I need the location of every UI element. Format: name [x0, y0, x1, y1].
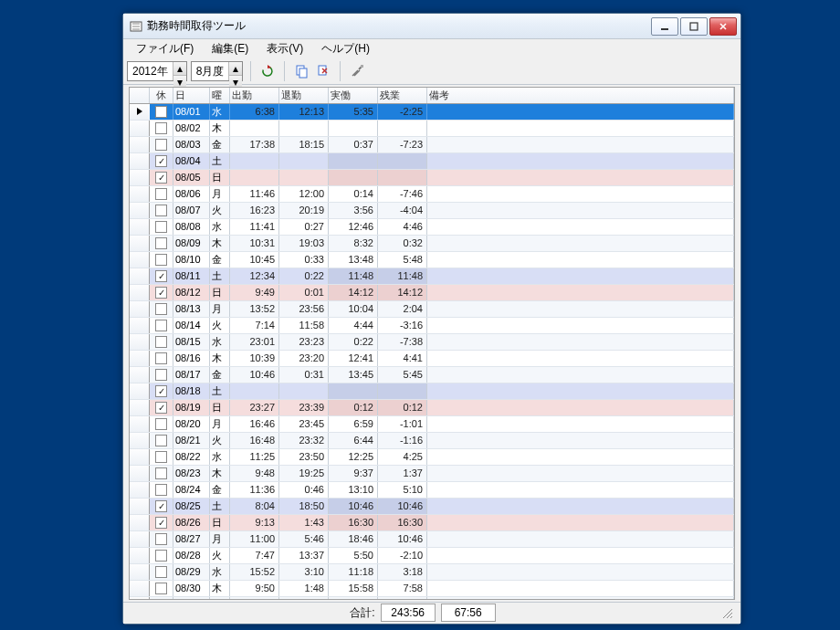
overtime-cell[interactable]: 2:04	[378, 301, 427, 317]
holiday-checkbox[interactable]	[150, 301, 173, 317]
overtime-cell[interactable]: 0:12	[378, 400, 427, 415]
start-cell[interactable]: 15:52	[230, 564, 279, 580]
start-cell[interactable]	[230, 121, 279, 136]
dow-cell[interactable]: 金	[210, 252, 230, 268]
end-cell[interactable]: 23:50	[279, 449, 329, 465]
start-cell[interactable]: 10:46	[230, 367, 279, 383]
date-cell[interactable]: 08/07	[173, 203, 210, 218]
note-cell[interactable]	[427, 219, 734, 235]
dow-cell[interactable]: 土	[210, 268, 230, 284]
start-cell[interactable]: 11:41	[230, 219, 279, 235]
table-row[interactable]: 08/24金11:360:4613:105:10	[130, 482, 734, 499]
work-cell[interactable]: 0:37	[329, 137, 378, 152]
work-cell[interactable]: 0:12	[329, 400, 378, 415]
date-cell[interactable]: 08/16	[173, 351, 210, 366]
note-cell[interactable]	[427, 548, 734, 563]
start-cell[interactable]: 11:36	[230, 482, 279, 498]
start-cell[interactable]: 16:48	[230, 433, 279, 448]
date-cell[interactable]: 08/10	[173, 252, 210, 268]
holiday-checkbox[interactable]	[150, 416, 173, 432]
dow-cell[interactable]: 火	[210, 433, 230, 448]
overtime-cell[interactable]: -3:16	[378, 318, 427, 333]
date-cell[interactable]: 08/17	[173, 367, 210, 383]
note-cell[interactable]	[427, 597, 734, 599]
dow-cell[interactable]: 日	[210, 400, 230, 415]
end-cell[interactable]: 2:37	[279, 597, 329, 599]
start-cell[interactable]: 16:23	[230, 203, 279, 218]
date-cell[interactable]: 08/25	[173, 499, 210, 514]
dow-cell[interactable]: 土	[210, 153, 230, 169]
col-note[interactable]: 備考	[427, 88, 734, 103]
note-cell[interactable]	[427, 416, 734, 432]
overtime-cell[interactable]	[378, 170, 427, 185]
work-cell[interactable]: 13:10	[329, 482, 378, 498]
col-date[interactable]: 日	[173, 88, 210, 103]
table-row[interactable]: 08/18土	[130, 383, 734, 400]
holiday-checkbox[interactable]	[150, 433, 173, 448]
copy-icon[interactable]	[292, 62, 310, 80]
note-cell[interactable]	[427, 499, 734, 514]
date-cell[interactable]: 08/28	[173, 548, 210, 563]
note-cell[interactable]	[427, 449, 734, 465]
overtime-cell[interactable]: 10:46	[378, 531, 427, 547]
col-dow[interactable]: 曜	[210, 88, 230, 103]
holiday-checkbox[interactable]	[150, 236, 173, 251]
start-cell[interactable]: 12:34	[230, 268, 279, 284]
note-cell[interactable]	[427, 268, 734, 284]
date-cell[interactable]: 08/27	[173, 531, 210, 547]
holiday-checkbox[interactable]	[150, 252, 173, 268]
note-cell[interactable]	[427, 466, 734, 481]
date-cell[interactable]: 08/24	[173, 482, 210, 498]
end-cell[interactable]: 23:32	[279, 433, 329, 448]
holiday-checkbox[interactable]	[150, 466, 173, 481]
dow-cell[interactable]: 木	[210, 351, 230, 366]
end-cell[interactable]	[279, 383, 329, 399]
table-row[interactable]: 08/01水6:3812:135:35-2:25	[130, 104, 734, 121]
settings-icon[interactable]	[348, 62, 366, 80]
col-start[interactable]: 出勤	[230, 88, 279, 103]
work-cell[interactable]: 5:50	[329, 548, 378, 563]
work-cell[interactable]: 6:59	[329, 416, 378, 432]
note-cell[interactable]	[427, 581, 734, 596]
end-cell[interactable]: 13:37	[279, 548, 329, 563]
table-row[interactable]: 08/27月11:005:4618:4610:46	[130, 531, 734, 548]
note-cell[interactable]	[427, 285, 734, 300]
holiday-checkbox[interactable]	[150, 400, 173, 415]
menu-help[interactable]: ヘルプ(H)	[312, 39, 379, 58]
date-cell[interactable]: 08/29	[173, 564, 210, 580]
overtime-cell[interactable]: 1:37	[378, 466, 427, 481]
table-row[interactable]: 08/05日	[130, 170, 734, 186]
note-cell[interactable]	[427, 203, 734, 218]
month-up-icon[interactable]: ▴	[229, 62, 242, 75]
end-cell[interactable]: 0:46	[279, 482, 329, 498]
holiday-checkbox[interactable]	[150, 367, 173, 383]
work-cell[interactable]: 4:44	[329, 318, 378, 333]
end-cell[interactable]: 3:10	[279, 564, 329, 580]
holiday-checkbox[interactable]	[150, 203, 173, 218]
date-cell[interactable]: 08/30	[173, 581, 210, 596]
start-cell[interactable]: 10:45	[230, 252, 279, 268]
overtime-cell[interactable]: 4:25	[378, 449, 427, 465]
note-cell[interactable]	[427, 137, 734, 152]
table-row[interactable]: 08/14火7:1411:584:44-3:16	[130, 318, 734, 334]
dow-cell[interactable]: 土	[210, 499, 230, 514]
date-cell[interactable]: 08/19	[173, 400, 210, 415]
note-cell[interactable]	[427, 121, 734, 136]
table-row[interactable]: 08/04土	[130, 153, 734, 170]
dow-cell[interactable]: 金	[210, 367, 230, 383]
date-cell[interactable]: 08/06	[173, 186, 210, 202]
note-cell[interactable]	[427, 564, 734, 580]
start-cell[interactable]: 11:46	[230, 186, 279, 202]
note-cell[interactable]	[427, 383, 734, 399]
note-cell[interactable]	[427, 531, 734, 547]
dow-cell[interactable]: 月	[210, 416, 230, 432]
work-cell[interactable]: 13:45	[329, 367, 378, 383]
date-cell[interactable]: 08/14	[173, 318, 210, 333]
end-cell[interactable]: 5:46	[279, 531, 329, 547]
holiday-checkbox[interactable]	[150, 170, 173, 185]
work-cell[interactable]	[329, 383, 378, 399]
date-cell[interactable]: 08/20	[173, 416, 210, 432]
note-cell[interactable]	[427, 515, 734, 530]
dow-cell[interactable]: 水	[210, 104, 230, 120]
end-cell[interactable]: 23:45	[279, 416, 329, 432]
